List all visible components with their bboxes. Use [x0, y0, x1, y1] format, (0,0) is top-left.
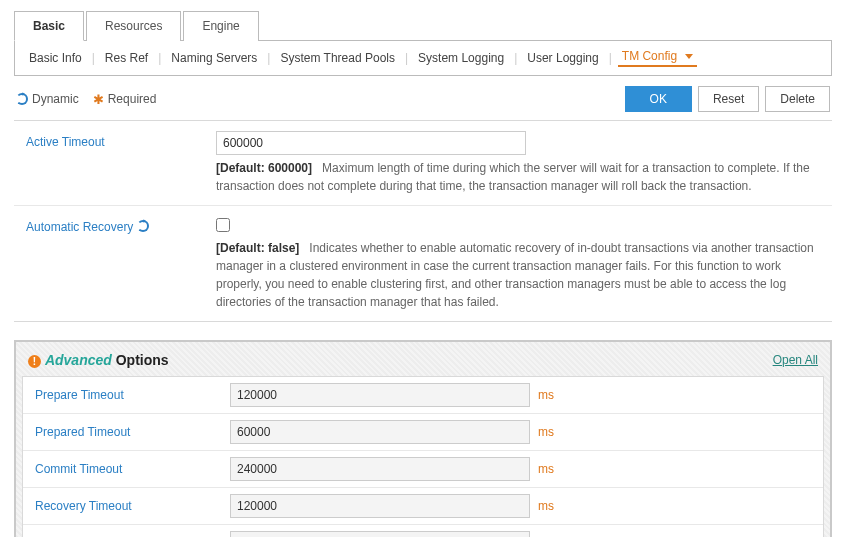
prepared-timeout-unit: ms — [538, 425, 554, 439]
separator: | — [158, 51, 161, 65]
row-active-timeout: Active Timeout [Default: 600000] Maximum… — [14, 121, 832, 205]
legend: Dynamic ✱ Required — [16, 92, 156, 107]
legend-required-label: Required — [108, 92, 157, 106]
legend-dynamic: Dynamic — [16, 92, 79, 106]
advanced-title-opts: Options — [116, 352, 169, 368]
row-recovery-timeout: Recovery Timeout ms — [23, 487, 823, 524]
advanced-panel: ! Advanced Options Open All Prepare Time… — [14, 340, 832, 537]
automatic-recovery-label: Automatic Recovery — [26, 216, 216, 311]
active-timeout-label: Active Timeout — [26, 131, 216, 195]
main-tabs: Basic Resources Engine — [14, 10, 832, 41]
row-incomplete-timeout: Incomplete Timeout ms — [23, 524, 823, 537]
prepare-timeout-input[interactable] — [230, 383, 530, 407]
automatic-recovery-desc: [Default: false] Indicates whether to en… — [216, 239, 820, 311]
recovery-timeout-unit: ms — [538, 499, 554, 513]
subtab-tm-config-label: TM Config — [622, 49, 677, 63]
tab-engine[interactable]: Engine — [183, 11, 258, 41]
recovery-timeout-label: Recovery Timeout — [35, 499, 230, 513]
action-buttons: OK Reset Delete — [625, 86, 830, 112]
toolbar: Dynamic ✱ Required OK Reset Delete — [14, 76, 832, 120]
legend-required: ✱ Required — [93, 92, 157, 107]
reset-button[interactable]: Reset — [698, 86, 759, 112]
tab-resources[interactable]: Resources — [86, 11, 181, 41]
incomplete-timeout-input[interactable] — [230, 531, 530, 537]
separator: | — [609, 51, 612, 65]
separator: | — [405, 51, 408, 65]
alert-icon: ! — [28, 355, 41, 368]
advanced-header: ! Advanced Options Open All — [22, 348, 824, 376]
separator: | — [514, 51, 517, 65]
active-timeout-desc: [Default: 600000] Maximum length of time… — [216, 159, 820, 195]
active-timeout-default: [Default: 600000] — [216, 161, 312, 175]
tab-basic[interactable]: Basic — [14, 11, 84, 41]
row-prepared-timeout: Prepared Timeout ms — [23, 413, 823, 450]
config-section: Active Timeout [Default: 600000] Maximum… — [14, 120, 832, 322]
separator: | — [92, 51, 95, 65]
prepared-timeout-input[interactable] — [230, 420, 530, 444]
advanced-title-adv: Advanced — [45, 352, 112, 368]
delete-button[interactable]: Delete — [765, 86, 830, 112]
refresh-icon — [16, 93, 28, 105]
automatic-recovery-desc-text: Indicates whether to enable automatic re… — [216, 241, 814, 309]
separator: | — [267, 51, 270, 65]
subtab-res-ref[interactable]: Res Ref — [101, 51, 152, 65]
prepare-timeout-unit: ms — [538, 388, 554, 402]
prepare-timeout-label: Prepare Timeout — [35, 388, 230, 402]
star-icon: ✱ — [93, 92, 104, 107]
subtab-system-logging[interactable]: System Logging — [414, 51, 508, 65]
advanced-body: Prepare Timeout ms Prepared Timeout ms C… — [22, 376, 824, 537]
refresh-icon — [137, 220, 149, 232]
sub-tabs: Basic Info | Res Ref | Naming Servers | … — [14, 41, 832, 76]
row-commit-timeout: Commit Timeout ms — [23, 450, 823, 487]
commit-timeout-label: Commit Timeout — [35, 462, 230, 476]
commit-timeout-unit: ms — [538, 462, 554, 476]
subtab-tm-config[interactable]: TM Config — [618, 49, 697, 67]
advanced-title: ! Advanced Options — [28, 352, 169, 368]
subtab-system-thread-pools[interactable]: System Thread Pools — [276, 51, 399, 65]
commit-timeout-input[interactable] — [230, 457, 530, 481]
row-automatic-recovery: Automatic Recovery [Default: false] Indi… — [14, 205, 832, 321]
recovery-timeout-input[interactable] — [230, 494, 530, 518]
prepared-timeout-label: Prepared Timeout — [35, 425, 230, 439]
legend-dynamic-label: Dynamic — [32, 92, 79, 106]
subtab-naming-servers[interactable]: Naming Servers — [167, 51, 261, 65]
active-timeout-input[interactable] — [216, 131, 526, 155]
subtab-basic-info[interactable]: Basic Info — [25, 51, 86, 65]
ok-button[interactable]: OK — [625, 86, 692, 112]
open-all-link[interactable]: Open All — [773, 353, 818, 367]
row-prepare-timeout: Prepare Timeout ms — [23, 377, 823, 413]
automatic-recovery-checkbox[interactable] — [216, 218, 230, 232]
chevron-down-icon — [685, 54, 693, 59]
subtab-user-logging[interactable]: User Logging — [523, 51, 602, 65]
automatic-recovery-label-text: Automatic Recovery — [26, 220, 133, 234]
automatic-recovery-default: [Default: false] — [216, 241, 299, 255]
